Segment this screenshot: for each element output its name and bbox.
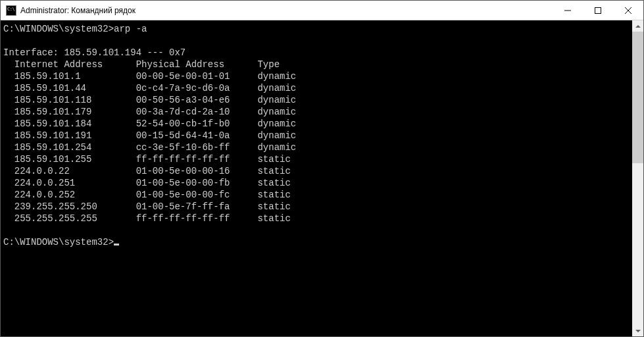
- svg-marker-4: [635, 25, 641, 28]
- scroll-up-button[interactable]: [632, 20, 643, 32]
- close-button[interactable]: [613, 1, 643, 20]
- prompt: C:\WINDOWS\system32>: [3, 237, 114, 247]
- scrollbar[interactable]: [632, 20, 643, 336]
- cursor: [114, 244, 119, 246]
- minimize-button[interactable]: [553, 1, 583, 20]
- window-title: Administrator: Командний рядок: [20, 6, 553, 15]
- maximize-button[interactable]: [583, 1, 613, 20]
- terminal[interactable]: C:\WINDOWS\system32>arp -a Interface: 18…: [1, 20, 632, 336]
- scroll-down-button[interactable]: [632, 325, 643, 336]
- cmd-icon: [6, 5, 16, 16]
- svg-rect-1: [595, 7, 601, 13]
- terminal-output: C:\WINDOWS\system32>arp -a Interface: 18…: [3, 24, 296, 224]
- prompt-line[interactable]: C:\WINDOWS\system32>: [3, 236, 632, 248]
- titlebar[interactable]: Administrator: Командний рядок: [1, 1, 643, 20]
- svg-marker-5: [635, 330, 641, 332]
- scroll-thumb[interactable]: [632, 32, 643, 163]
- window-controls: [553, 1, 643, 20]
- terminal-area: C:\WINDOWS\system32>arp -a Interface: 18…: [1, 20, 643, 336]
